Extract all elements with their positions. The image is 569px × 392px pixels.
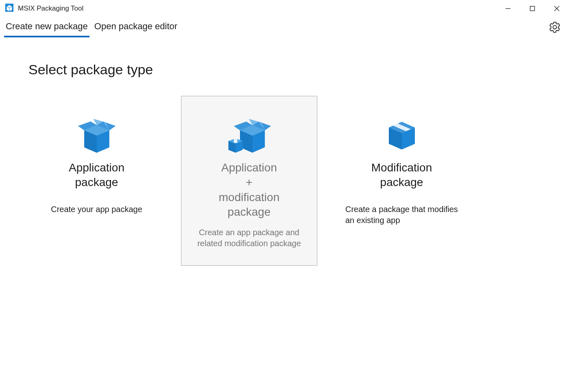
close-button[interactable] <box>545 0 569 17</box>
open-box-icon <box>74 113 119 157</box>
main-content: Select package type Application package … <box>0 37 569 266</box>
titlebar-left: MSIX Packaging Tool <box>5 3 83 14</box>
tab-create-new-package[interactable]: Create new package <box>4 19 89 37</box>
card-modification-package[interactable]: Modification package Create a package th… <box>334 96 470 266</box>
card-description: Create an app package and related modifi… <box>191 227 307 249</box>
open-box-with-small-box-icon <box>225 113 274 157</box>
card-description: Create your app package <box>39 204 155 215</box>
app-title: MSIX Packaging Tool <box>18 4 83 13</box>
card-application-modification-package[interactable]: Application + modification package Creat… <box>181 96 317 266</box>
titlebar: MSIX Packaging Tool <box>0 0 569 17</box>
settings-button[interactable] <box>548 20 562 36</box>
minimize-button[interactable] <box>496 0 520 17</box>
svg-rect-20 <box>233 139 237 143</box>
card-title: Modification package <box>371 160 432 190</box>
closed-box-icon <box>382 113 422 157</box>
app-icon <box>5 3 14 14</box>
tabbar: Create new package Open package editor <box>0 17 569 37</box>
window-controls <box>496 0 569 17</box>
card-title: Application + modification package <box>219 160 279 220</box>
card-application-package[interactable]: Application package Create your app pack… <box>28 96 165 266</box>
maximize-button[interactable] <box>520 0 545 17</box>
card-title: Application package <box>69 160 124 190</box>
svg-rect-2 <box>530 6 535 11</box>
gear-icon <box>549 21 561 33</box>
tab-open-package-editor[interactable]: Open package editor <box>93 19 179 37</box>
tabs: Create new package Open package editor <box>4 19 179 37</box>
page-heading: Select package type <box>28 62 541 78</box>
package-type-cards: Application package Create your app pack… <box>28 96 541 266</box>
card-description: Create a package that modifies an existi… <box>344 204 460 226</box>
